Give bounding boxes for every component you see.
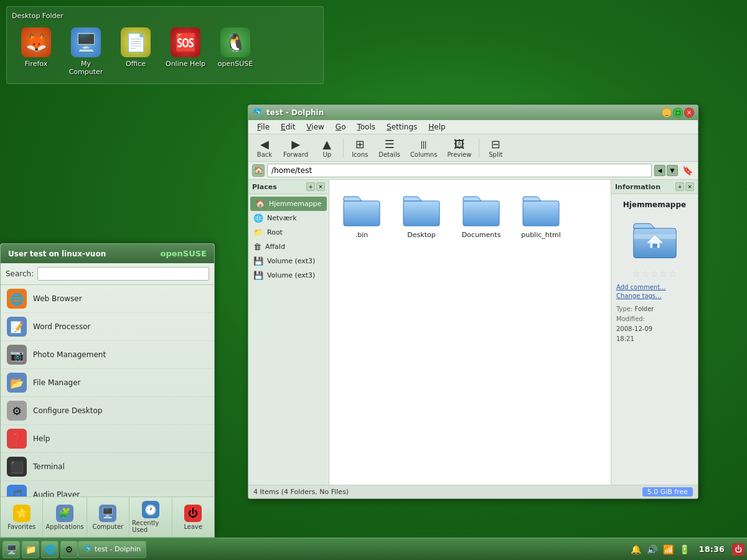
location-path: /home/test (267, 164, 652, 177)
add-comment-link[interactable]: Add comment... (616, 284, 693, 291)
app-menu-item-word-processor[interactable]: 📝 Word Processor (1, 313, 214, 341)
star-1[interactable]: ☆ (632, 269, 641, 279)
desktop-icon-emoji-opensuse: 🐧 (225, 32, 247, 53)
toolbar-back[interactable]: ◀ Back (252, 136, 277, 159)
menu-go[interactable]: Go (331, 121, 351, 133)
places-label-volume-ext3-2: Volume (ext3) (267, 271, 315, 279)
taskbar-window-button[interactable]: 🐬 test - Dolphin (78, 541, 146, 558)
location-nav-left[interactable]: ◀ (654, 165, 665, 176)
app-menu-list: 🌐 Web Browser 📝 Word Processor 📷 Photo M… (1, 285, 214, 497)
app-menu-icon-word-processor: 📝 (7, 317, 27, 337)
taskbar-clock: 18:36 (694, 544, 730, 554)
maximize-button[interactable]: □ (673, 108, 683, 118)
desktop-icon-firefox[interactable]: 🦊 Firefox (14, 27, 58, 76)
menu-help[interactable]: Help (423, 121, 450, 133)
menu-file[interactable]: File (252, 121, 275, 133)
toolbar-preview[interactable]: 🖼 Preview (443, 136, 475, 159)
app-menu-item-audio-player[interactable]: 🎵 Audio Player (1, 481, 214, 497)
desktop-icon-img-firefox: 🦊 (21, 27, 51, 57)
taskbar-app-show-desktop[interactable]: 🖥️ (2, 541, 20, 558)
desktop-icon-emoji-office: 📄 (125, 32, 147, 53)
star-4[interactable]: ☆ (660, 269, 668, 279)
desktop-icon-my-computer[interactable]: 🖥️ MyComputer (64, 27, 108, 76)
app-menu-item-terminal[interactable]: ⬛ Terminal (1, 453, 214, 481)
app-menu-header: User test on linux-vuon openSUSE (1, 244, 214, 263)
app-menu-label-terminal: Terminal (33, 462, 65, 471)
info-close-button[interactable]: ✕ (685, 182, 694, 191)
app-menu-footer-favorites[interactable]: ⭐ Favorites (1, 497, 43, 537)
taskbar-app-browser-tb[interactable]: 🌐 (41, 541, 59, 558)
star-5[interactable]: ☆ (669, 269, 677, 279)
desktop-icon-opensuse[interactable]: 🐧 openSUSE (214, 27, 257, 76)
taskbar-app-file-manager-tb[interactable]: 📁 (22, 541, 39, 558)
location-home-button[interactable]: 🏠 (252, 164, 265, 177)
places-item-affald[interactable]: 🗑 Affald (248, 240, 329, 254)
app-menu-footer-computer[interactable]: 🖥️ Computer (87, 497, 129, 537)
desktop-icon-emoji-online-help: 🆘 (175, 32, 197, 53)
menu-view[interactable]: View (301, 121, 329, 133)
file-item-desktop[interactable]: Desktop (397, 187, 446, 241)
taskbar-right: 🔔🔊📶🔋 18:36 ⏻ (629, 543, 745, 556)
desktop-icon-label-firefox: Firefox (25, 60, 47, 68)
menu-edit[interactable]: Edit (276, 121, 300, 133)
app-menu-footer-recently-used[interactable]: 🕐 Recently Used (129, 497, 172, 537)
desktop-icon-office[interactable]: 📄 Office (114, 27, 157, 76)
places-item-hjemmemappe[interactable]: 🏠 Hjemmemappe (250, 197, 327, 211)
desktop-icon-online-help[interactable]: 🆘 Online Help (164, 27, 207, 76)
menu-settings[interactable]: Settings (382, 121, 422, 133)
app-menu-footer-applications[interactable]: 🧩 Applications (43, 497, 87, 537)
app-menu-item-configure-desktop[interactable]: ⚙️ Configure Desktop (1, 397, 214, 425)
desktop-icon-label-my-computer: MyComputer (69, 60, 103, 76)
file-icon-desktop (402, 190, 441, 230)
app-menu-item-help[interactable]: ❓ Help (1, 425, 214, 453)
back-label: Back (257, 151, 272, 158)
app-menu-item-web-browser[interactable]: 🌐 Web Browser (1, 285, 214, 313)
taskbar-app-settings-tb[interactable]: ⚙️ (60, 541, 78, 558)
minimize-button[interactable]: _ (662, 108, 672, 118)
app-menu-label-file-manager: File Manager (33, 378, 81, 387)
info-links: Add comment... Change tags... (616, 284, 693, 299)
toolbar-icons[interactable]: ⊞ Icons (347, 136, 372, 159)
storage-value: 5.0 (647, 488, 659, 496)
app-menu-item-file-manager[interactable]: 📂 File Manager (1, 369, 214, 397)
info-expand-button[interactable]: + (675, 182, 684, 191)
power-icon[interactable]: ⏻ (732, 543, 745, 556)
change-tags-link[interactable]: Change tags... (616, 292, 693, 299)
location-bookmark-button[interactable]: 🔖 (680, 164, 694, 177)
places-expand-button[interactable]: + (306, 182, 315, 191)
window-titlebar: 🐬 test - Dolphin _ □ ✕ (248, 105, 698, 120)
tray-icon-0[interactable]: 🔔 (629, 543, 643, 556)
close-button[interactable]: ✕ (684, 108, 694, 118)
star-3[interactable]: ☆ (651, 269, 659, 279)
up-label: Up (322, 151, 331, 158)
star-2[interactable]: ☆ (642, 269, 650, 279)
app-menu-footer-leave[interactable]: ⏻ Leave (172, 497, 214, 537)
places-label-hjemmemappe: Hjemmemappe (269, 200, 321, 208)
places-close-button[interactable]: ✕ (316, 182, 325, 191)
toolbar-columns[interactable]: ⫼ Columns (406, 136, 441, 159)
toolbar-split[interactable]: ⊟ Split (483, 136, 508, 159)
places-icon-volume-ext3-2: 💾 (253, 271, 263, 280)
info-stars[interactable]: ☆ ☆ ☆ ☆ ☆ (632, 269, 677, 279)
file-item-public_html[interactable]: public_html (516, 187, 566, 241)
file-label-desktop: Desktop (407, 231, 435, 239)
places-item-root[interactable]: 📁 Root (248, 225, 329, 240)
file-item-documents[interactable]: Documents (456, 187, 506, 241)
app-menu-icon-photo-management: 📷 (7, 345, 27, 365)
places-item-netvaerk[interactable]: 🌐 Netværk (248, 211, 329, 225)
tray-icon-1[interactable]: 🔊 (646, 543, 659, 556)
search-input[interactable] (37, 267, 209, 281)
tray-icon-3[interactable]: 🔋 (678, 543, 692, 556)
places-item-volume-ext3-2[interactable]: 💾 Volume (ext3) (248, 268, 329, 282)
places-item-volume-ext3-1[interactable]: 💾 Volume (ext3) (248, 254, 329, 268)
toolbar-up[interactable]: ▲ Up (314, 136, 339, 159)
places-icon-root: 📁 (253, 228, 263, 237)
toolbar-forward[interactable]: ▶ Forward (280, 136, 312, 159)
file-item-bin[interactable]: .bin (337, 187, 387, 241)
app-menu-icon-web-browser: 🌐 (7, 289, 27, 309)
toolbar-details[interactable]: ☰ Details (375, 136, 404, 159)
tray-icon-2[interactable]: 📶 (662, 543, 675, 556)
location-nav-down[interactable]: ▼ (667, 165, 678, 176)
app-menu-item-photo-management[interactable]: 📷 Photo Management (1, 341, 214, 369)
menu-tools[interactable]: Tools (352, 121, 380, 133)
